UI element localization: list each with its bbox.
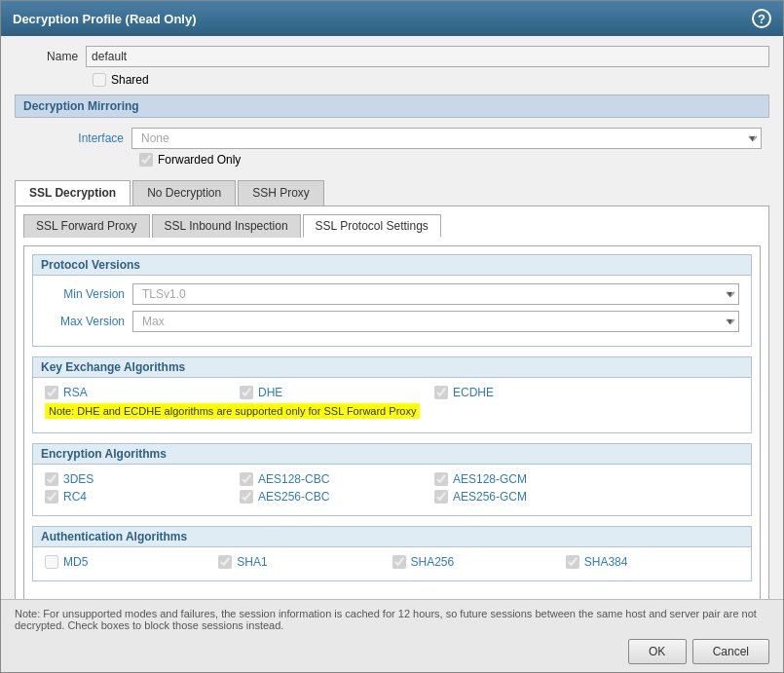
decryption-mirroring-header: Decryption Mirroring: [15, 94, 769, 118]
aes128-gcm-checkbox[interactable]: [434, 472, 448, 486]
interface-row: Interface None: [34, 128, 762, 149]
name-input[interactable]: [86, 46, 769, 67]
encryption-algo-row2: RC4 AES256-CBC AES256-GCM: [45, 490, 739, 504]
encryption-section: Encryption Algorithms 3DES AES128-CBC: [32, 443, 752, 516]
authentication-section: Authentication Algorithms MD5 SHA1: [32, 526, 752, 581]
min-version-select[interactable]: TLSv1.0: [133, 284, 738, 304]
dhe-checkbox[interactable]: [240, 386, 253, 399]
forwarded-only-checkbox[interactable]: [139, 153, 153, 167]
max-version-label: Max Version: [45, 315, 132, 328]
rc4-label: RC4: [63, 490, 87, 504]
aes256-cbc-label: AES256-CBC: [258, 490, 329, 504]
sha384-label: SHA384: [584, 555, 628, 569]
min-version-select-wrapper[interactable]: TLSv1.0: [132, 283, 739, 305]
ecdhe-label: ECDHE: [453, 386, 494, 399]
main-tab-content: SSL Forward Proxy SSL Inbound Inspection…: [15, 206, 769, 599]
algo-rc4: RC4: [45, 490, 240, 504]
encryption-content: 3DES AES128-CBC AES128-GCM: [33, 465, 751, 515]
dialog: Decryption Profile (Read Only) ? Name Sh…: [0, 0, 784, 673]
algo-rsa: RSA: [45, 386, 240, 399]
sha256-label: SHA256: [411, 555, 455, 569]
footer-buttons: OK Cancel: [15, 639, 769, 664]
interface-select[interactable]: None: [132, 129, 761, 148]
shared-checkbox[interactable]: [93, 73, 106, 87]
dhe-label: DHE: [258, 386, 282, 399]
key-exchange-section: Key Exchange Algorithms RSA DHE: [32, 356, 752, 433]
shared-row: Shared: [93, 73, 769, 87]
aes128-cbc-checkbox[interactable]: [240, 472, 253, 486]
algo-ecdhe: ECDHE: [434, 386, 629, 399]
max-version-row: Max Version Max: [45, 311, 739, 332]
md5-checkbox[interactable]: [45, 555, 58, 569]
tab-ssh-proxy[interactable]: SSH Proxy: [238, 180, 324, 206]
authentication-algo-row: MD5 SHA1 SHA256: [45, 555, 739, 569]
3des-checkbox[interactable]: [45, 472, 58, 486]
aes256-gcm-label: AES256-GCM: [453, 490, 527, 504]
aes256-gcm-checkbox[interactable]: [434, 490, 448, 504]
3des-label: 3DES: [63, 472, 93, 486]
tab-ssl-inbound-inspection[interactable]: SSL Inbound Inspection: [152, 214, 301, 238]
forwarded-only-label: Forwarded Only: [158, 153, 241, 167]
rsa-checkbox[interactable]: [45, 386, 58, 399]
algo-aes128-cbc: AES128-CBC: [240, 472, 434, 486]
help-icon[interactable]: ?: [752, 9, 771, 28]
interface-select-wrapper[interactable]: None: [131, 128, 762, 149]
min-version-label: Min Version: [45, 287, 132, 301]
sub-tab-content: Protocol Versions Min Version TLSv1.0 Ma: [23, 245, 761, 599]
sha384-checkbox[interactable]: [566, 555, 579, 569]
algo-dhe: DHE: [240, 386, 434, 399]
dialog-body: Name Shared Decryption Mirroring Interfa…: [1, 36, 783, 599]
sha256-checkbox[interactable]: [392, 555, 406, 569]
sub-tabs: SSL Forward Proxy SSL Inbound Inspection…: [23, 214, 761, 238]
key-exchange-algo-row: RSA DHE ECDHE: [45, 386, 739, 399]
sha1-label: SHA1: [237, 555, 267, 569]
tab-ssl-decryption[interactable]: SSL Decryption: [15, 180, 131, 206]
decryption-mirroring-content: Interface None Forwarded Only: [15, 124, 769, 174]
tab-ssl-forward-proxy[interactable]: SSL Forward Proxy: [23, 214, 150, 238]
protocol-versions-header: Protocol Versions: [33, 255, 751, 276]
interface-label: Interface: [34, 131, 131, 145]
cancel-button[interactable]: Cancel: [692, 639, 769, 664]
algo-aes128-gcm: AES128-GCM: [434, 472, 629, 486]
max-version-select-wrapper[interactable]: Max: [132, 311, 739, 332]
algo-aes256-cbc: AES256-CBC: [240, 490, 434, 504]
authentication-header: Authentication Algorithms: [33, 527, 751, 547]
rsa-label: RSA: [63, 386, 88, 399]
tab-ssl-protocol-settings[interactable]: SSL Protocol Settings: [303, 214, 441, 238]
footer-note: Note: For unsupported modes and failures…: [15, 608, 769, 631]
ok-button[interactable]: OK: [628, 639, 687, 664]
encryption-header: Encryption Algorithms: [33, 444, 751, 465]
max-version-select[interactable]: Max: [133, 312, 738, 331]
key-exchange-header: Key Exchange Algorithms: [33, 357, 751, 378]
protocol-versions-section: Protocol Versions Min Version TLSv1.0 Ma: [32, 254, 752, 347]
algo-sha1: SHA1: [218, 555, 392, 569]
algo-3des: 3DES: [45, 472, 240, 486]
name-label: Name: [15, 50, 86, 63]
rc4-checkbox[interactable]: [45, 490, 58, 504]
algo-sha384: SHA384: [566, 555, 739, 569]
forwarded-only-row: Forwarded Only: [139, 153, 762, 167]
algo-sha256: SHA256: [392, 555, 566, 569]
algo-aes256-gcm: AES256-GCM: [434, 490, 629, 504]
main-tabs: SSL Decryption No Decryption SSH Proxy: [15, 180, 769, 206]
dialog-header: Decryption Profile (Read Only) ?: [1, 1, 783, 36]
key-exchange-content: RSA DHE ECDHE Note:: [33, 378, 751, 432]
aes128-cbc-label: AES128-CBC: [258, 472, 329, 486]
tab-no-decryption[interactable]: No Decryption: [132, 180, 236, 206]
authentication-content: MD5 SHA1 SHA256: [33, 547, 751, 580]
protocol-versions-content: Min Version TLSv1.0 Max Version: [33, 276, 751, 346]
aes128-gcm-label: AES128-GCM: [453, 472, 527, 486]
ecdhe-checkbox[interactable]: [434, 386, 448, 399]
name-row: Name: [15, 46, 769, 67]
min-version-row: Min Version TLSv1.0: [45, 283, 739, 305]
shared-label: Shared: [111, 73, 149, 87]
sha1-checkbox[interactable]: [218, 555, 232, 569]
aes256-cbc-checkbox[interactable]: [240, 490, 253, 504]
key-exchange-note: Note: DHE and ECDHE algorithms are suppo…: [45, 403, 739, 425]
encryption-algo-row1: 3DES AES128-CBC AES128-GCM: [45, 472, 739, 486]
dialog-footer: Note: For unsupported modes and failures…: [1, 599, 783, 672]
md5-label: MD5: [63, 555, 88, 569]
dialog-title: Decryption Profile (Read Only): [13, 12, 197, 26]
algo-md5: MD5: [45, 555, 218, 569]
